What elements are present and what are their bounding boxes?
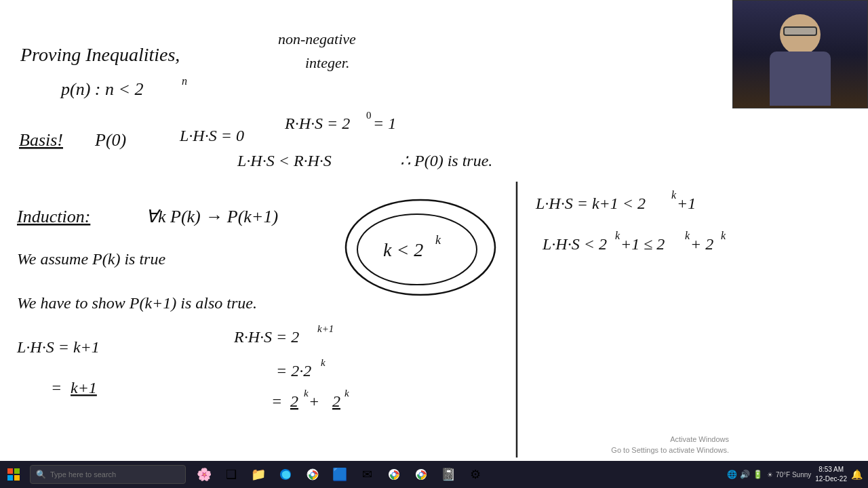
svg-text:L·H·S < R·H·S: L·H·S < R·H·S [237,152,332,169]
svg-text:2: 2 [290,392,298,410]
person-video [733,1,867,108]
svg-text:+1 ≤ 2: +1 ≤ 2 [620,235,665,253]
taskbar-time: 8:53 AM [815,465,847,474]
taskbar-icon-edge[interactable] [273,461,298,488]
svg-text:k: k [304,388,309,399]
svg-text:integer.: integer. [305,54,349,71]
person-body [770,52,831,106]
svg-text:Basis!: Basis! [19,130,63,150]
start-button[interactable] [0,461,27,488]
svg-text:n: n [182,75,187,87]
svg-rect-45 [14,468,20,474]
svg-text:+1: +1 [677,195,696,212]
time-date: 8:53 AM 12-Dec-22 [815,465,847,484]
svg-text:= 1: = 1 [373,115,396,132]
taskbar-icon-taskview[interactable]: ❑ [218,461,244,488]
taskbar-icon-flower[interactable]: 🌸 [191,461,217,488]
svg-text:P(0): P(0) [94,130,126,150]
svg-rect-47 [14,475,20,481]
taskbar-icon-explorer[interactable]: 📁 [245,461,271,488]
svg-text:R·H·S = 2: R·H·S = 2 [233,328,299,346]
activate-windows-watermark: Activate Windows Go to Settings to activ… [611,434,729,455]
taskbar-icon-chrome3[interactable] [408,461,434,488]
activate-line2: Go to Settings to activate Windows. [611,445,729,455]
notification-icon[interactable]: 🔔 [851,469,863,480]
svg-text:=: = [51,379,62,396]
taskbar-icon-app1[interactable]: 🟦 [327,461,353,488]
volume-icon: 🔊 [740,470,750,479]
search-icon: 🔍 [36,470,46,479]
network-icon: 🌐 [727,470,737,479]
svg-point-50 [311,473,315,476]
whiteboard: Proving Inequalities, non-negative integ… [0,0,732,461]
svg-text:k+1: k+1 [317,323,334,334]
taskbar: 🔍 🌸 ❑ 📁 🟦 ✉ [0,461,868,488]
system-tray: 🌐 🔊 🔋 ☀ 70°F Sunny 8:53 AM 12-Dec-22 🔔 [727,465,868,484]
svg-text:k < 2: k < 2 [383,239,423,260]
svg-text:k: k [721,230,726,241]
svg-rect-46 [7,475,13,481]
svg-text:k: k [685,230,690,241]
svg-text:=: = [271,392,282,410]
webcam [732,0,868,108]
edge-icon [279,468,292,481]
tray-icons: 🌐 🔊 🔋 [727,470,763,479]
chrome-icon [306,468,319,481]
svg-text:L·H·S < 2: L·H·S < 2 [542,235,607,253]
weather-icon: ☀ [767,471,773,479]
battery-icon: 🔋 [753,470,763,479]
svg-text:We have to show  P(k+1) is als: We have to show P(k+1) is also true. [17,294,257,312]
svg-text:∀k  P(k) → P(k+1): ∀k P(k) → P(k+1) [146,207,278,226]
svg-text:k: k [435,233,441,247]
svg-text:non-negative: non-negative [278,30,356,47]
weather-info: ☀ 70°F Sunny [767,471,811,479]
activate-line1: Activate Windows [611,434,729,445]
svg-text:Induction:: Induction: [16,207,90,226]
svg-point-56 [420,473,423,476]
svg-text:L·H·S = 0: L·H·S = 0 [179,127,244,144]
svg-text:L·H·S = k+1 < 2: L·H·S = k+1 < 2 [535,195,646,212]
svg-rect-44 [7,468,13,474]
windows-icon [7,468,20,481]
taskbar-icon-chrome1[interactable] [300,461,326,488]
svg-text:k: k [321,357,326,368]
taskbar-date: 12-Dec-22 [815,474,847,484]
svg-text:2: 2 [332,392,340,410]
person-glasses [783,26,817,36]
svg-text:+: + [309,392,319,410]
taskbar-icon-app2[interactable]: ⚙ [462,461,488,488]
svg-text:k: k [615,230,620,241]
svg-text:k+1: k+1 [71,379,97,396]
svg-text:k: k [344,388,349,399]
taskbar-icon-chrome2[interactable] [381,461,407,488]
math-svg: Proving Inequalities, non-negative integ… [0,0,732,461]
svg-text:= 2·2: = 2·2 [276,362,311,380]
svg-text:R·H·S = 2: R·H·S = 2 [284,115,350,132]
taskbar-icon-mail[interactable]: ✉ [354,461,380,488]
search-bar[interactable]: 🔍 [30,465,186,484]
svg-text:+ 2: + 2 [690,235,713,253]
svg-text:p(n) : n < 2: p(n) : n < 2 [60,79,144,99]
svg-text:0: 0 [366,110,372,121]
svg-text:We assume P(k)  is true: We assume P(k) is true [17,250,165,268]
svg-text:k: k [671,189,677,201]
taskbar-icon-onenote[interactable]: 📓 [435,461,461,488]
svg-point-53 [393,473,396,476]
taskbar-icons: 🌸 ❑ 📁 🟦 ✉ [191,461,488,488]
svg-text:L·H·S = k+1: L·H·S = k+1 [16,338,100,356]
search-input[interactable] [50,470,159,479]
weather-temp: 70°F Sunny [776,471,811,479]
svg-text:Proving Inequalities,: Proving Inequalities, [20,44,180,65]
svg-text:∴  P(0) is true.: ∴ P(0) is true. [400,152,492,169]
